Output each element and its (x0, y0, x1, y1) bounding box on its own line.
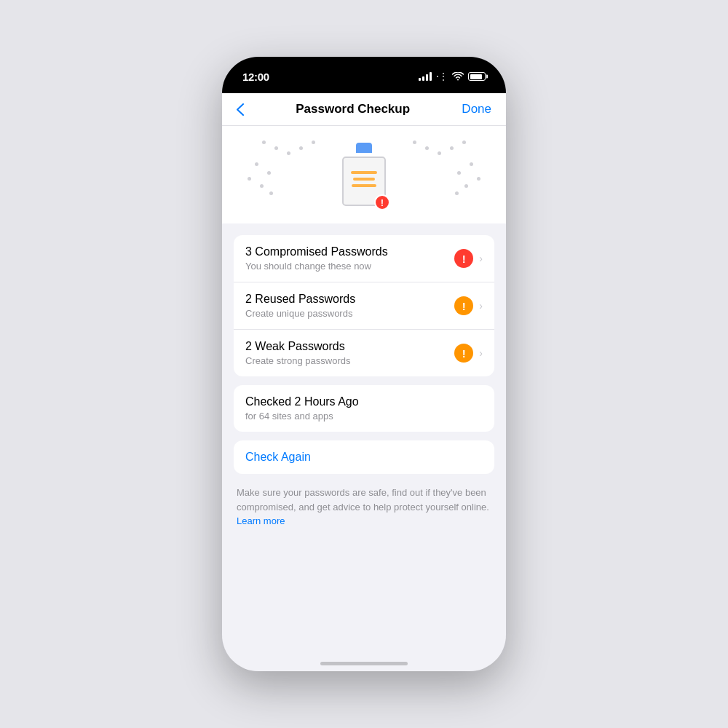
learn-more-link[interactable]: Learn more (237, 515, 285, 526)
phone-frame: 12:00 ⋅⋮ Passw (222, 57, 506, 671)
weak-warning-icon: ! (454, 344, 473, 363)
signal-icon (419, 72, 432, 81)
description-text: Make sure your passwords are safe, find … (237, 487, 489, 526)
checked-subtitle: for 64 sites and apps (245, 411, 483, 422)
reused-passwords-item[interactable]: 2 Reused Passwords Create unique passwor… (234, 282, 494, 330)
clipboard-line (352, 184, 376, 187)
chevron-right-icon: › (479, 253, 483, 264)
status-bar: 12:00 ⋅⋮ (222, 57, 506, 93)
status-time: 12:00 (242, 71, 269, 83)
clipboard-clip (356, 143, 372, 153)
weak-subtitle: Create strong passwords (245, 355, 454, 366)
description-section: Make sure your passwords are safe, find … (234, 486, 494, 529)
page-title: Password Checkup (296, 102, 410, 116)
chevron-right-icon: › (479, 347, 483, 359)
clipboard-illustration: ! (339, 148, 389, 206)
status-icons: ⋅⋮ (419, 71, 486, 82)
home-bar (320, 662, 408, 665)
wifi-icon: ⋅⋮ (436, 71, 448, 82)
reused-subtitle: Create unique passwords (245, 308, 454, 319)
password-issues-list: 3 Compromised Passwords You should chang… (234, 235, 494, 376)
main-content: ! 3 Compromised Passwords You should cha… (222, 126, 506, 646)
compromised-passwords-item[interactable]: 3 Compromised Passwords You should chang… (234, 235, 494, 282)
battery-icon (468, 72, 486, 81)
hero-section: ! (222, 126, 506, 223)
weak-passwords-item[interactable]: 2 Weak Passwords Create strong passwords… (234, 330, 494, 376)
alert-badge: ! (374, 194, 390, 210)
weak-title: 2 Weak Passwords (245, 340, 454, 353)
checked-title: Checked 2 Hours Ago (245, 395, 483, 408)
back-button[interactable] (237, 103, 244, 116)
compromised-subtitle: You should change these now (245, 261, 454, 272)
compromised-warning-icon: ! (454, 249, 473, 268)
check-again-section: Check Again (234, 440, 494, 474)
reused-title: 2 Reused Passwords (245, 293, 454, 306)
chevron-right-icon: › (479, 300, 483, 312)
home-indicator (222, 646, 506, 671)
reused-warning-icon: ! (454, 296, 473, 315)
nav-bar: Password Checkup Done (222, 93, 506, 126)
clipboard-line (353, 178, 375, 181)
clipboard-body: ! (342, 157, 386, 206)
check-again-button[interactable]: Check Again (245, 451, 311, 464)
clipboard-line (351, 171, 377, 174)
checked-info-section: Checked 2 Hours Ago for 64 sites and app… (234, 385, 494, 432)
done-button[interactable]: Done (462, 102, 491, 116)
wifi-icon (452, 72, 464, 81)
compromised-title: 3 Compromised Passwords (245, 245, 454, 258)
